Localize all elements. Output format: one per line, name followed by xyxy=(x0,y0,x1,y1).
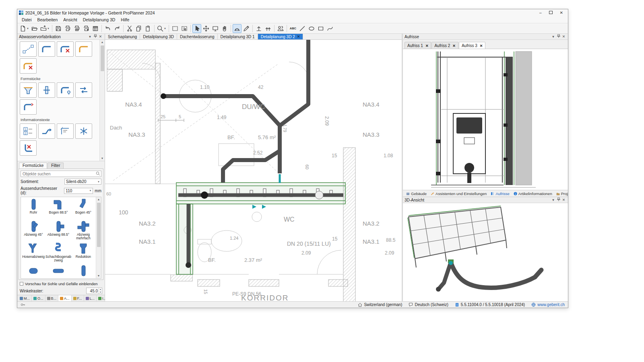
tool-hopper-button[interactable] xyxy=(20,82,37,98)
tool-fitting-remove-button[interactable] xyxy=(57,41,74,57)
part-item-bogen-88-5-[interactable]: Bogen 88.5° xyxy=(45,198,71,220)
scroll-up-icon[interactable]: ▲ xyxy=(101,40,104,45)
part-item-abzweig-mehrfach[interactable]: Abzweig mehrfach xyxy=(72,220,95,242)
paste-button[interactable] xyxy=(144,24,153,33)
minimize-button[interactable]: – xyxy=(539,10,542,15)
scroll-down-icon[interactable]: ▼ xyxy=(101,156,104,161)
winkelraster-stepper[interactable]: 45.0 ▲▼ xyxy=(86,288,102,294)
cut-button[interactable] xyxy=(125,24,134,33)
measure-button[interactable] xyxy=(233,24,242,33)
copy-button[interactable] xyxy=(134,24,143,33)
pipe-end-cap[interactable] xyxy=(161,93,166,99)
palette-scrollbar[interactable]: ▲ ▼ xyxy=(99,40,105,161)
dock-tab-artikelinformationen[interactable]: Artikelinformationen xyxy=(512,190,554,197)
pipe-elbow-down[interactable] xyxy=(186,262,191,268)
panel-close-icon[interactable]: ✕ xyxy=(561,34,566,39)
part-item-abzweig-45-[interactable]: Abzweig 45° xyxy=(22,220,45,242)
panel-tab-a[interactable]: A... xyxy=(58,295,72,301)
draw-ellipse-button[interactable] xyxy=(307,24,316,33)
panel-pin-icon[interactable] xyxy=(93,34,98,39)
close-tab-icon[interactable]: ✕ xyxy=(452,44,456,48)
tool-bend-support-button[interactable] xyxy=(57,82,74,98)
dock-tab-assistenten-und-einstellungen[interactable]: Assistenten und Einstellungen xyxy=(429,190,488,197)
scroll-thumb[interactable] xyxy=(101,45,104,71)
panel-menu-icon[interactable]: ▾ xyxy=(551,197,556,203)
draw-line-button[interactable] xyxy=(298,24,307,33)
panel-close-icon[interactable]: ✕ xyxy=(98,34,103,39)
move-button[interactable] xyxy=(202,24,211,33)
subtab-formst-cke[interactable]: Formstücke xyxy=(19,162,47,169)
drawing-tab-dachentw-sserung[interactable]: Dachentwässerung xyxy=(177,34,218,39)
draw-curve-button[interactable] xyxy=(326,24,334,33)
part-item-rohr[interactable]: Rohr xyxy=(22,198,45,220)
tool-flow-info-button[interactable] xyxy=(38,123,55,139)
preview-checkbox[interactable] xyxy=(20,282,23,286)
draw-rectangle-button[interactable] xyxy=(316,24,325,33)
pan-hand-button[interactable] xyxy=(220,24,229,33)
tool-marker-button[interactable] xyxy=(75,123,92,139)
subtab-filter[interactable]: Filter xyxy=(47,162,64,169)
panel-pin-icon[interactable] xyxy=(556,197,561,203)
search-input[interactable] xyxy=(21,171,101,177)
stepper-arrows-icon[interactable]: ▲▼ xyxy=(99,288,102,294)
zoom-button[interactable]: ▼ xyxy=(156,24,167,33)
tool-draw-pipe-button[interactable] xyxy=(20,41,37,57)
diameter-select[interactable]: 110 ▼ xyxy=(64,188,93,194)
elevation-view[interactable] xyxy=(403,49,568,190)
select-cursor-button[interactable] xyxy=(192,24,201,33)
dock-tab-aufrisse[interactable]: Aufrisse xyxy=(489,190,511,197)
dock-tab-geb-ude[interactable]: Gebäude xyxy=(405,190,428,197)
close-tab-icon[interactable]: ✕ xyxy=(480,44,483,48)
panel-pin-icon[interactable] xyxy=(556,34,561,39)
panel-tab-l[interactable]: L... xyxy=(84,295,97,301)
pipes-3d[interactable] xyxy=(436,259,541,292)
fit-view-button[interactable] xyxy=(211,24,220,33)
print-button[interactable] xyxy=(63,24,72,33)
close-tab-icon[interactable]: ✕ xyxy=(425,44,429,48)
drawing-tab-schemaplanung[interactable]: Schemaplanung xyxy=(105,34,140,39)
tool-clamp-button[interactable] xyxy=(38,82,55,98)
panel-tab-m[interactable]: M... xyxy=(18,295,32,301)
cistern-element[interactable] xyxy=(453,113,485,183)
menu-detailplanung-3d[interactable]: Detailplanung 3D xyxy=(80,17,118,23)
drawing-tab-detailplanung-3d-1[interactable]: Detailplanung 3D 1 xyxy=(218,34,258,39)
part-item[interactable] xyxy=(45,264,71,278)
draw-button[interactable] xyxy=(242,24,251,33)
export-button[interactable]: ▼ xyxy=(39,24,50,33)
close-tab-icon[interactable]: ✕ xyxy=(297,35,300,39)
open-button[interactable] xyxy=(30,24,39,33)
panel-tab-f[interactable]: F... xyxy=(72,295,84,301)
drawing-tab-detailplanung-3d[interactable]: Detailplanung 3D xyxy=(140,34,177,39)
tool-fitting-alt-remove-button[interactable] xyxy=(20,58,37,74)
sortiment-select[interactable]: Silent-db20 ▼ xyxy=(64,179,101,185)
aufriss-tab-aufriss-2[interactable]: Aufriss 2✕ xyxy=(431,42,458,49)
panel-tab-o[interactable]: O... xyxy=(32,295,45,301)
part-item-reduktion[interactable]: Reduktion xyxy=(72,242,95,264)
tool-remove-info-button[interactable] xyxy=(20,140,37,156)
panel-menu-icon[interactable]: ▾ xyxy=(551,34,556,39)
dock-tab-projekt[interactable]: Projekt xyxy=(555,190,568,197)
tool-flow-arrows-button[interactable] xyxy=(75,82,92,98)
print-preview-button[interactable] xyxy=(72,24,81,33)
vertical-stack[interactable] xyxy=(201,191,208,199)
maximize-button[interactable] xyxy=(549,10,553,15)
view3d-canvas[interactable] xyxy=(403,203,568,301)
selection-frame-button[interactable] xyxy=(171,24,180,33)
collaboration-button[interactable] xyxy=(276,24,285,33)
arrow-up-button[interactable] xyxy=(254,24,263,33)
selection-object-button[interactable] xyxy=(180,24,189,33)
panel-menu-icon[interactable]: ▾ xyxy=(87,34,93,39)
print-area-button[interactable] xyxy=(82,24,91,33)
panel-tab-b[interactable]: B... xyxy=(45,295,59,301)
tool-fitting-button[interactable] xyxy=(38,41,55,57)
arrow-up-double-button[interactable] xyxy=(264,24,272,33)
menu-hilfe[interactable]: Hilfe xyxy=(118,17,132,23)
search-icon[interactable] xyxy=(96,171,100,177)
text-abc-button[interactable]: ABC xyxy=(289,24,297,33)
save-button[interactable] xyxy=(54,24,63,33)
parts-scrollbar[interactable]: ▲ ▼ xyxy=(96,197,101,278)
frame-3d[interactable] xyxy=(408,206,507,267)
drawing-tab-detailplanung-3d-2[interactable]: Detailplanung 3D 2✕ xyxy=(258,34,303,39)
tool-dimensions-button[interactable] xyxy=(57,123,74,139)
new-button[interactable]: ▼ xyxy=(19,24,30,33)
